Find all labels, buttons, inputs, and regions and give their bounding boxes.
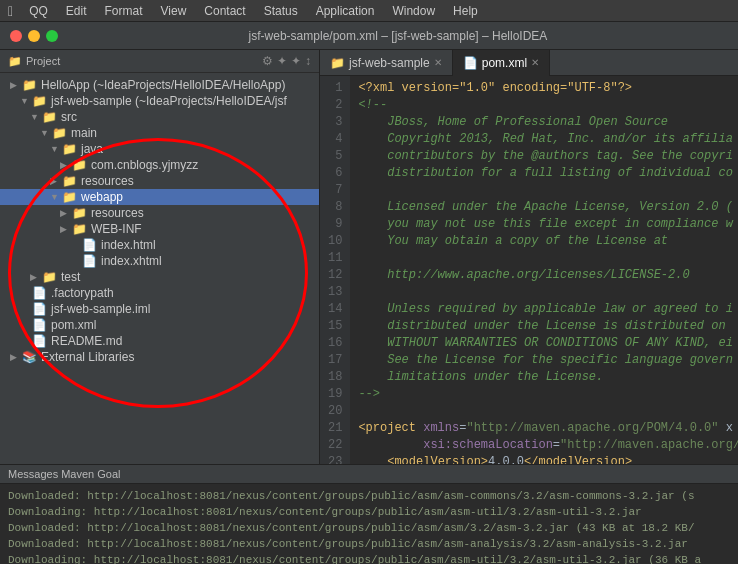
code-line: You may obtain a copy of the License at — [358, 233, 730, 250]
code-line — [358, 403, 730, 420]
item-label: WEB-INF — [91, 222, 142, 236]
item-label: java — [81, 142, 103, 156]
sync-icon[interactable]: ✦ — [277, 54, 287, 68]
folder-icon: 📁 — [22, 78, 37, 92]
list-item[interactable]: ▼ 📁 java — [0, 141, 319, 157]
menu-help[interactable]: Help — [445, 2, 486, 20]
code-line: WITHOUT WARRANTIES OR CONDITIONS OF ANY … — [358, 335, 730, 352]
item-label: com.cnblogs.yjmyzz — [91, 158, 198, 172]
menu-contact[interactable]: Contact — [196, 2, 253, 20]
tree-area: ▶ 📁 HelloApp (~IdeaProjects/HelloIDEA/He… — [0, 73, 319, 464]
tab-label: pom.xml — [482, 56, 527, 70]
sidebar-header-title: Project — [26, 55, 258, 67]
menu-edit[interactable]: Edit — [58, 2, 95, 20]
item-label: webapp — [81, 190, 123, 204]
list-item[interactable]: ▶ 📁 HelloApp (~IdeaProjects/HelloIDEA/He… — [0, 77, 319, 93]
list-item[interactable]: ▶ 📁 test — [0, 269, 319, 285]
item-label: jsf-web-sample.iml — [51, 302, 150, 316]
list-item[interactable]: ▼ 📁 webapp — [0, 189, 319, 205]
close-button[interactable] — [10, 30, 22, 42]
list-item[interactable]: ▶ 📄 README.md — [0, 333, 319, 349]
code-area: 12345 678910 1112131415 1617181920 21222… — [320, 76, 738, 464]
sidebar: 📁 Project ⚙ ✦ ✦ ↕ ▶ 📁 HelloApp (~IdeaPro… — [0, 50, 320, 464]
code-line: distributed under the License is distrib… — [358, 318, 730, 335]
code-line: <modelVersion>4.0.0</modelVersion> — [358, 454, 730, 464]
menu-status[interactable]: Status — [256, 2, 306, 20]
item-label: pom.xml — [51, 318, 96, 332]
list-item[interactable]: ▼ 📁 main — [0, 125, 319, 141]
folder-icon: 📁 — [62, 190, 77, 204]
log-line: Downloaded: http://localhost:8081/nexus/… — [8, 488, 730, 504]
file-icon: 📄 — [32, 334, 47, 348]
menu-window[interactable]: Window — [384, 2, 443, 20]
log-line: Downloading: http://localhost:8081/nexus… — [8, 504, 730, 520]
list-item[interactable]: ▶ 📁 WEB-INF — [0, 221, 319, 237]
apple-menu[interactable]:  — [8, 3, 13, 19]
editor-area: 📁 jsf-web-sample ✕ 📄 pom.xml ✕ 12345 678… — [320, 50, 738, 464]
list-item[interactable]: ▶ 📁 resources — [0, 205, 319, 221]
bottom-content[interactable]: Downloaded: http://localhost:8081/nexus/… — [0, 484, 738, 564]
sidebar-icons: ⚙ ✦ ✦ ↕ — [262, 54, 311, 68]
list-item[interactable]: ▶ 📁 resources — [0, 173, 319, 189]
expand-icon: ▼ — [20, 96, 30, 106]
list-item[interactable]: ▶ 📁 com.cnblogs.yjmyzz — [0, 157, 319, 173]
item-label: resources — [91, 206, 144, 220]
gear-icon[interactable]: ⚙ — [262, 54, 273, 68]
library-icon: 📚 — [22, 350, 37, 364]
list-item[interactable]: ▶ 📄 .factorypath — [0, 285, 319, 301]
list-item[interactable]: ▼ 📁 src — [0, 109, 319, 125]
list-item[interactable]: ▶ 📄 index.xhtml — [0, 253, 319, 269]
code-content[interactable]: <?xml version="1.0" encoding="UTF-8"?> <… — [350, 76, 738, 464]
menu-view[interactable]: View — [153, 2, 195, 20]
project-icon: 📁 — [8, 55, 22, 68]
list-item[interactable]: ▶ 📄 pom.xml — [0, 317, 319, 333]
expand-icon: ▶ — [10, 352, 20, 362]
expand-icon: ▼ — [40, 128, 50, 138]
menubar:  QQ Edit Format View Contact Status App… — [0, 0, 738, 22]
list-item[interactable]: ▶ 📄 jsf-web-sample.iml — [0, 301, 319, 317]
code-line: distribution for a full listing of indiv… — [358, 165, 730, 182]
code-line: --> — [358, 386, 730, 403]
code-line: Copyright 2013, Red Hat, Inc. and/or its… — [358, 131, 730, 148]
maximize-button[interactable] — [46, 30, 58, 42]
titlebar-text: jsf-web-sample/pom.xml – [jsf-web-sample… — [68, 29, 728, 43]
code-line: JBoss, Home of Professional Open Source — [358, 114, 730, 131]
tab-label: jsf-web-sample — [349, 56, 430, 70]
folder-icon: 📁 — [72, 158, 87, 172]
expand-icon: ▶ — [50, 176, 60, 186]
code-line: xsi:schemaLocation="http://maven.apache.… — [358, 437, 730, 454]
menu-application[interactable]: Application — [308, 2, 383, 20]
list-item[interactable]: ▶ 📚 External Libraries — [0, 349, 319, 365]
code-line: you may not use this file except in comp… — [358, 216, 730, 233]
folder-icon: 📁 — [42, 110, 57, 124]
folder-icon: 📁 — [62, 142, 77, 156]
code-line: Licensed under the Apache License, Versi… — [358, 199, 730, 216]
line-numbers: 12345 678910 1112131415 1617181920 21222… — [320, 76, 350, 464]
list-item[interactable]: ▶ 📄 index.html — [0, 237, 319, 253]
folder-icon: 📁 — [72, 222, 87, 236]
item-label: main — [71, 126, 97, 140]
window-controls — [10, 30, 58, 42]
item-label: resources — [81, 174, 134, 188]
expand-icon: ▶ — [60, 160, 70, 170]
code-line — [358, 250, 730, 267]
menu-qq[interactable]: QQ — [21, 2, 56, 20]
tab-pom-xml[interactable]: 📄 pom.xml ✕ — [453, 50, 550, 76]
titlebar: jsf-web-sample/pom.xml – [jsf-web-sample… — [0, 22, 738, 50]
item-label: External Libraries — [41, 350, 134, 364]
sort-icon[interactable]: ↕ — [305, 54, 311, 68]
code-line — [358, 182, 730, 199]
menu-format[interactable]: Format — [96, 2, 150, 20]
minimize-button[interactable] — [28, 30, 40, 42]
filter-icon[interactable]: ✦ — [291, 54, 301, 68]
expand-icon: ▼ — [50, 192, 60, 202]
folder-icon: 📁 — [42, 270, 57, 284]
iml-icon: 📄 — [32, 302, 47, 316]
tab-close-icon[interactable]: ✕ — [531, 57, 539, 68]
tab-icon: 📁 — [330, 56, 345, 70]
list-item[interactable]: ▼ 📁 jsf-web-sample (~IdeaProjects/HelloI… — [0, 93, 319, 109]
sidebar-header: 📁 Project ⚙ ✦ ✦ ↕ — [0, 50, 319, 73]
tab-close-icon[interactable]: ✕ — [434, 57, 442, 68]
tab-jsf-web-sample[interactable]: 📁 jsf-web-sample ✕ — [320, 50, 453, 76]
expand-icon: ▶ — [60, 224, 70, 234]
